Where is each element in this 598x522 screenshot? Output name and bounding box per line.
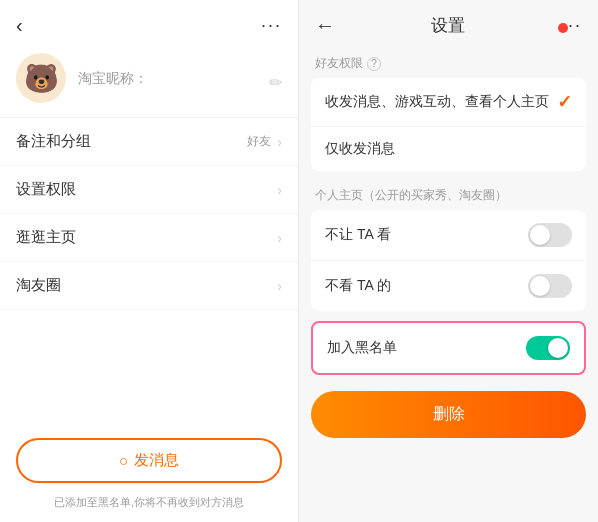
permission-option-full[interactable]: 收发消息、游戏互动、查看个人主页 ✓: [311, 78, 586, 127]
menu-item-circle-right: ›: [277, 278, 282, 294]
toggle-hide-ta-label: 不看 TA 的: [325, 277, 391, 295]
menu-item-permissions-right: ›: [277, 182, 282, 198]
toggle-hide-from-ta-switch[interactable]: [528, 223, 572, 247]
friend-permission-section-label: 好友权限 ?: [299, 47, 598, 76]
menu-item-circle-label: 淘友圈: [16, 276, 61, 295]
toggle-hide-from-ta[interactable]: 不让 TA 看: [311, 210, 586, 261]
menu-item-circle[interactable]: 淘友圈 ›: [0, 262, 298, 310]
right-panel: ← 设置 ··· 好友权限 ? 收发消息、游戏互动、查看个人主页 ✓ 仅收发消息…: [299, 0, 598, 522]
avatar: 🐻: [16, 53, 66, 103]
left-panel: ‹ ··· 🐻 淘宝昵称： ✏ 备注和分组 好友 › 设置权限 › 逛逛主页: [0, 0, 299, 522]
menu-item-notes[interactable]: 备注和分组 好友 ›: [0, 118, 298, 166]
menu-item-homepage[interactable]: 逛逛主页 ›: [0, 214, 298, 262]
back-button[interactable]: ‹: [16, 14, 23, 37]
menu-item-permissions[interactable]: 设置权限 ›: [0, 166, 298, 214]
permission-option-msg-only[interactable]: 仅收发消息: [311, 127, 586, 171]
chevron-right-icon: ›: [277, 182, 282, 198]
right-header: ← 设置 ···: [299, 0, 598, 47]
friend-tag: 好友: [247, 133, 271, 150]
selected-checkmark-icon: ✓: [557, 91, 572, 113]
menu-item-notes-label: 备注和分组: [16, 132, 91, 151]
avatar-image: 🐻: [24, 62, 59, 95]
settings-back-button[interactable]: ←: [315, 14, 335, 37]
profile-info: 淘宝昵称：: [78, 69, 282, 88]
profile-section: 🐻 淘宝昵称： ✏: [0, 47, 298, 118]
menu-item-homepage-label: 逛逛主页: [16, 228, 76, 247]
blacklist-toggle-switch[interactable]: [526, 336, 570, 360]
blacklist-toggle-row[interactable]: 加入黑名单: [313, 323, 584, 373]
permission-option-full-label: 收发消息、游戏互动、查看个人主页: [325, 93, 549, 111]
chevron-right-icon: ›: [277, 230, 282, 246]
blacklist-notice: 已添加至黑名单,你将不再收到对方消息: [0, 491, 298, 522]
friend-permission-label: 好友权限: [315, 55, 363, 72]
toggle-hide-from-ta-label: 不让 TA 看: [325, 226, 391, 244]
permission-card: 收发消息、游戏互动、查看个人主页 ✓ 仅收发消息: [311, 78, 586, 171]
right-more-container: ···: [561, 15, 582, 36]
menu-item-permissions-label: 设置权限: [16, 180, 76, 199]
blacklist-label: 加入黑名单: [327, 339, 397, 357]
toggle-hide-ta[interactable]: 不看 TA 的: [311, 261, 586, 311]
send-btn-label: 发消息: [134, 451, 179, 470]
personal-page-section-label: 个人主页（公开的买家秀、淘友圈）: [299, 179, 598, 208]
chevron-right-icon: ›: [277, 134, 282, 150]
edit-icon[interactable]: ✏: [269, 73, 282, 92]
help-icon[interactable]: ?: [367, 57, 381, 71]
blacklist-card: 加入黑名单: [311, 321, 586, 375]
message-icon: ○: [119, 452, 128, 469]
menu-list: 备注和分组 好友 › 设置权限 › 逛逛主页 › 淘友圈 ›: [0, 118, 298, 426]
permission-option-msg-only-label: 仅收发消息: [325, 140, 395, 158]
profile-name: 淘宝昵称：: [78, 70, 148, 86]
notification-dot: [558, 23, 568, 33]
chevron-right-icon: ›: [277, 278, 282, 294]
send-btn-container: ○ 发消息: [0, 426, 298, 491]
left-header: ‹ ···: [0, 0, 298, 47]
send-message-button[interactable]: ○ 发消息: [16, 438, 282, 483]
menu-item-homepage-right: ›: [277, 230, 282, 246]
menu-item-notes-right: 好友 ›: [247, 133, 282, 150]
more-options-button[interactable]: ···: [261, 15, 282, 36]
visibility-card: 不让 TA 看 不看 TA 的: [311, 210, 586, 311]
settings-title: 设置: [431, 14, 465, 37]
toggle-hide-ta-switch[interactable]: [528, 274, 572, 298]
personal-page-label: 个人主页（公开的买家秀、淘友圈）: [315, 187, 507, 204]
delete-button[interactable]: 删除: [311, 391, 586, 438]
